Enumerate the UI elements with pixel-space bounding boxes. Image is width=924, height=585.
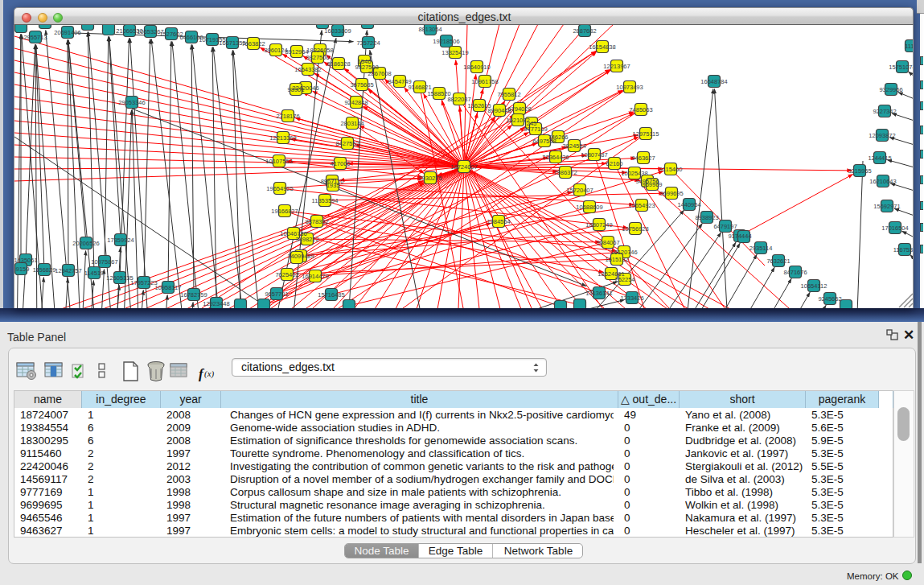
svg-text:1435061: 1435061: [14, 257, 38, 264]
svg-text:2887682: 2887682: [573, 27, 596, 35]
svg-text:20691406: 20691406: [54, 29, 80, 36]
svg-text:18640910: 18640910: [463, 64, 490, 71]
svg-text:18724007: 18724007: [450, 163, 477, 171]
svg-text:(x): (x): [204, 369, 215, 379]
svg-text:12975115: 12975115: [633, 130, 659, 138]
svg-text:19166827: 19166827: [271, 208, 298, 215]
svg-text:16543382: 16543382: [294, 66, 321, 73]
svg-text:18807249: 18807249: [585, 221, 612, 229]
svg-text:10688609: 10688609: [576, 204, 602, 211]
svg-text:9699695: 9699695: [659, 190, 683, 197]
svg-text:2930275: 2930275: [418, 175, 441, 182]
svg-text:7986372: 7986372: [553, 169, 577, 176]
svg-text:16210643: 16210643: [869, 178, 896, 185]
svg-text:3675685: 3675685: [350, 81, 373, 89]
svg-text:19756928: 19756928: [622, 225, 648, 233]
svg-text:6794028: 6794028: [507, 105, 531, 113]
svg-text:10654112: 10654112: [801, 282, 827, 290]
svg-text:12942757: 12942757: [55, 267, 81, 274]
svg-text:15751074: 15751074: [889, 64, 914, 71]
svg-text:17957223: 17957223: [130, 279, 157, 286]
svg-text:12923448: 12923448: [203, 300, 229, 307]
svg-text:9115460: 9115460: [659, 166, 683, 173]
svg-text:16154838: 16154838: [589, 43, 615, 51]
svg-text:1984554: 1984554: [487, 218, 510, 225]
svg-text:7625402: 7625402: [275, 271, 298, 278]
svg-text:16120746: 16120746: [610, 249, 637, 256]
svg-text:8471676: 8471676: [783, 269, 807, 276]
svg-text:19654923: 19654923: [628, 202, 655, 209]
svg-text:15720407: 15720407: [566, 187, 593, 194]
svg-text:15716485: 15716485: [318, 291, 344, 299]
svg-text:9084067: 9084067: [596, 239, 619, 246]
svg-text:14136141: 14136141: [585, 290, 612, 297]
svg-text:9329966: 9329966: [879, 86, 902, 93]
svg-text:2867608: 2867608: [368, 70, 391, 77]
svg-text:252254: 252254: [614, 276, 634, 283]
svg-text:10973493: 10973493: [616, 84, 643, 91]
svg-text:8938923: 8938923: [695, 214, 718, 221]
svg-text:9174444: 9174444: [728, 233, 751, 240]
svg-text:969969: 969969: [642, 181, 662, 188]
svg-text:2803144: 2803144: [340, 120, 363, 127]
svg-text:3498222: 3498222: [295, 236, 318, 243]
svg-text:10975867: 10975867: [91, 258, 117, 266]
svg-text:13325419: 13325419: [441, 49, 468, 56]
svg-text:98901: 98901: [288, 86, 305, 93]
svg-text:1615132: 1615132: [605, 256, 628, 263]
svg-text:9463627: 9463627: [631, 154, 655, 162]
svg-text:12505135: 12505135: [106, 274, 133, 282]
svg-text:1156829: 1156829: [33, 266, 56, 274]
svg-text:17359924: 17359924: [107, 237, 133, 244]
svg-text:8912954: 8912954: [285, 48, 308, 56]
svg-text:11353594: 11353594: [312, 197, 339, 204]
svg-text:29053346: 29053346: [118, 99, 145, 106]
svg-text:9242848: 9242848: [344, 99, 368, 106]
svg-text:1935: 1935: [326, 182, 340, 189]
svg-text:3215955: 3215955: [848, 167, 871, 175]
svg-text:1733426: 1733426: [620, 295, 643, 302]
svg-text:6479197: 6479197: [713, 223, 737, 230]
svg-text:1440954: 1440954: [677, 201, 700, 208]
svg-text:9657791: 9657791: [265, 290, 288, 298]
svg-text:12213967: 12213967: [603, 63, 630, 70]
svg-text:39159: 39159: [14, 266, 29, 273]
svg-text:10958117: 10958117: [155, 284, 182, 291]
svg-text:18226058: 18226058: [306, 47, 333, 54]
svg-text:9227342: 9227342: [873, 108, 896, 115]
svg-text:7632621: 7632621: [766, 257, 790, 265]
svg-text:7357224: 7357224: [356, 39, 380, 47]
svg-text:9245652: 9245652: [818, 295, 841, 303]
svg-text:19218506: 19218506: [433, 38, 459, 45]
svg-text:1167533: 1167533: [893, 246, 914, 253]
svg-text:10961758: 10961758: [471, 78, 498, 85]
svg-text:14099489: 14099489: [287, 253, 314, 260]
svg-text:19654925: 19654925: [266, 185, 293, 192]
svg-text:2935114: 2935114: [749, 245, 773, 252]
svg-text:8960124: 8960124: [264, 47, 287, 54]
svg-text:114519: 114519: [84, 270, 104, 277]
svg-text:8186328: 8186328: [326, 60, 350, 68]
svg-text:10107553: 10107553: [265, 158, 292, 165]
svg-text:15692971: 15692971: [873, 203, 900, 210]
svg-text:17016504: 17016504: [881, 225, 908, 232]
svg-text:16033809: 16033809: [324, 27, 351, 35]
svg-text:20364436: 20364436: [542, 154, 569, 161]
svg-text:12093872: 12093872: [869, 132, 895, 139]
svg-text:7955812: 7955812: [497, 91, 520, 98]
svg-text:8878332: 8878332: [305, 218, 328, 225]
svg-text:8427552: 8427552: [335, 140, 359, 147]
svg-text:7485063: 7485063: [629, 106, 652, 113]
svg-text:10807487: 10807487: [581, 151, 607, 159]
svg-text:746266: 746266: [548, 134, 568, 141]
svg-text:12213369: 12213369: [269, 134, 296, 142]
svg-text:3824554: 3824554: [562, 142, 585, 150]
svg-text:1244415: 1244415: [868, 154, 891, 162]
svg-text:1117: 1117: [905, 43, 914, 50]
svg-text:2955713: 2955713: [23, 34, 47, 41]
svg-text:20206526: 20206526: [72, 240, 99, 247]
svg-text:2718176: 2718176: [276, 113, 299, 120]
svg-text:9777169: 9777169: [524, 126, 547, 133]
svg-text:8813054: 8813054: [418, 26, 441, 33]
svg-text:9827500: 9827500: [306, 54, 329, 61]
